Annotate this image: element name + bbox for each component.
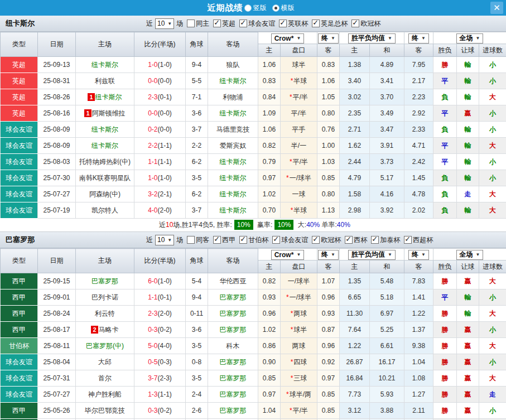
summary-text: 大: [296, 221, 306, 229]
avg-home: 3.02 [340, 89, 370, 105]
match-row: 球会友谊25-07-27神户胜利船1-3(1-1)2-4巴塞罗那0.97*球半/… [1, 387, 506, 403]
team-name-text: 凯尔特人 [91, 206, 118, 214]
avg-away: 1.37 [404, 322, 433, 338]
recent-count-select[interactable]: 10▼ [155, 235, 174, 245]
league-checkbox[interactable] [279, 20, 287, 27]
league-checkbox[interactable] [272, 236, 280, 244]
match-type-badge: 英超 [1, 105, 38, 122]
avg-final-dropdown[interactable]: 终▼ [408, 33, 429, 44]
league-checkbox[interactable] [404, 236, 412, 244]
league-checkbox[interactable] [345, 236, 353, 244]
home-team: 神户胜利船 [76, 387, 134, 403]
home-team: 纽卡斯尔 [76, 57, 134, 73]
match-row: 西甲25-08-172马略卡0-3(0-2)3-6巴塞罗那1.02*球半0.87… [1, 322, 506, 338]
league-checkbox[interactable] [239, 20, 247, 27]
league-checkbox-label: 甘伯杯 [248, 235, 268, 245]
league-checkbox[interactable] [213, 236, 221, 244]
team-name-text: 纽卡斯尔 [220, 109, 247, 117]
odds-line: *半球 [281, 202, 317, 219]
league-checkbox[interactable] [213, 20, 221, 27]
handicap-outcome: 輸 [457, 202, 479, 219]
match-score: 1-1(0-1) [134, 289, 186, 306]
avg-source-dropdown[interactable]: 胜平负均值▼ [348, 33, 396, 44]
match-score: 2-2(1-1) [134, 138, 186, 154]
odds-final-dropdown[interactable]: 终▼ [318, 33, 339, 44]
dropdown-cell: 全场▼ [433, 32, 506, 44]
summary-text: 10 [166, 221, 173, 229]
odds-source-dropdown[interactable]: Crow*▼ [271, 33, 305, 44]
corner-score: 3-6 [186, 322, 208, 338]
match-score: 3-2(2-1) [134, 186, 186, 202]
match-row: 球会友谊25-07-31首尔3-7(2-3)3-5巴塞罗那0.85*三球0.97… [1, 370, 506, 387]
match-date: 25-07-27 [38, 387, 76, 403]
odds-source-dropdown[interactable]: Crow*▼ [271, 250, 305, 260]
goals-outcome: 小 [479, 105, 506, 122]
rank-badge: 2 [91, 326, 98, 334]
avg-draw: 3.41 [370, 73, 404, 89]
same-venue-checkbox[interactable] [187, 236, 195, 244]
dropdown-label: 胜平负均值 [351, 33, 385, 43]
halftime-score: (2-0) [158, 310, 172, 317]
handicap-text: 球半 [292, 61, 306, 69]
fulltime-dropdown[interactable]: 全场▼ [456, 250, 484, 260]
handicap-text: 半球 [293, 77, 307, 85]
handicap-outcome: 贏 [457, 105, 479, 122]
home-team: 毕尔巴鄂竞技 [76, 403, 134, 419]
avg-final-dropdown[interactable]: 终▼ [408, 250, 429, 260]
avg-draw: 6.97 [370, 306, 404, 322]
home-team: 巴列卡诺 [76, 289, 134, 306]
result-outcome: 負 [433, 89, 457, 105]
close-icon[interactable]: ✕ [490, 2, 503, 14]
recent-count-select[interactable]: 10▼ [155, 18, 174, 29]
fulltime-score: 3-7 [148, 374, 157, 382]
fulltime-dropdown[interactable]: 全场▼ [456, 33, 484, 44]
match-date: 25-08-17 [38, 322, 76, 338]
handicap-text: 平/半 [293, 407, 308, 414]
odds-final-dropdown[interactable]: 终▼ [318, 250, 339, 260]
odds-line: 平/半 [281, 105, 317, 122]
league-checkbox[interactable] [351, 20, 359, 27]
dropdown-cell: Crow*▼ [258, 249, 317, 260]
radio-vertical-label[interactable]: 竖版 [253, 3, 267, 13]
team-name-text: 纽卡斯尔 [91, 142, 118, 149]
league-checkbox[interactable] [312, 236, 320, 244]
same-venue-checkbox[interactable] [187, 20, 195, 27]
column-header: 主场 [76, 249, 134, 273]
handicap-text: 平手 [292, 125, 306, 133]
home-team: 托特纳姆热刺(中) [76, 154, 134, 170]
odds-home: 0.86 [258, 338, 281, 354]
team-name-text: 马德里竞技 [216, 125, 250, 133]
dropdown-label: Crow* [274, 251, 294, 259]
goals-outcome: 小 [479, 354, 506, 370]
match-score: 1-1(1-1) [134, 154, 186, 170]
away-team: 纽卡斯尔 [208, 105, 258, 122]
away-team: 巴塞罗那 [208, 387, 258, 403]
radio-horizontal[interactable] [272, 4, 279, 12]
avg-home: 3.40 [340, 73, 370, 89]
matches-table: 类型日期主场比分(半场)角球客场Crow*▼终▼胜平负均值▼终▼全场▼主盘口客主… [0, 32, 506, 219]
avg-home: 1.62 [340, 138, 370, 154]
match-type-badge: 球会友谊 [1, 138, 38, 154]
avg-draw: 3.47 [370, 122, 404, 138]
odds-home: 0.70 [258, 202, 281, 219]
chevron-down-icon: ▼ [296, 252, 301, 257]
fulltime-score: 1-3 [148, 390, 157, 398]
avg-away: 2.11 [404, 403, 433, 419]
corner-score: 0-11 [186, 306, 208, 322]
column-header: 日期 [38, 249, 76, 273]
column-header: 主场 [76, 32, 134, 57]
odds-away: 1.00 [317, 138, 340, 154]
corner-score: 2-4 [186, 387, 208, 403]
matches-table: 类型日期主场比分(半场)角球客场Crow*▼终▼胜平负均值▼终▼全场▼主盘口客主… [0, 248, 506, 420]
avg-away: 2.33 [404, 122, 433, 138]
league-checkbox[interactable] [371, 236, 379, 244]
league-checkbox[interactable] [239, 236, 247, 244]
match-score: 6-0(1-0) [134, 273, 186, 289]
avg-source-dropdown[interactable]: 胜平负均值▼ [348, 250, 396, 260]
halftime-score: (0-1) [158, 293, 172, 301]
handicap-text: 两球 [293, 310, 307, 317]
league-checkbox[interactable] [312, 20, 320, 27]
titlebar: 近期战绩 竖版 横版 ✕ [0, 0, 506, 16]
radio-horizontal-label[interactable]: 横版 [281, 3, 295, 13]
radio-vertical[interactable] [244, 4, 252, 12]
